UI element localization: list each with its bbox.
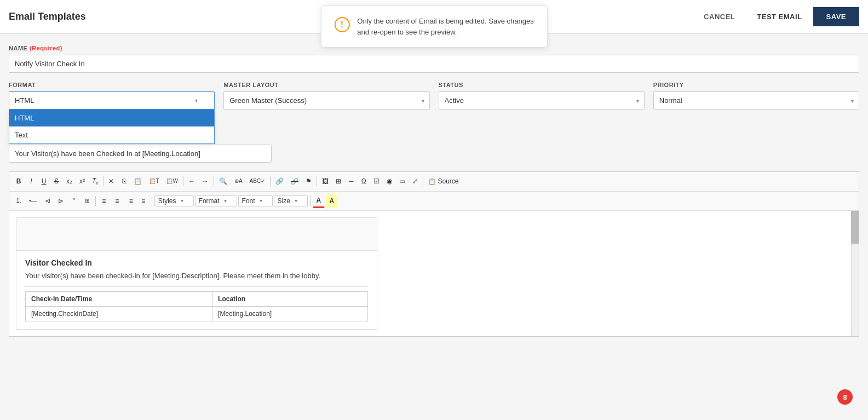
email-body-text: Your visitor(s) have been checked-in for… [25,272,368,280]
warning-icon: ! [334,17,349,32]
scrollbar-thumb[interactable] [851,211,859,244]
format-field-group: FORMAT HTML ▾ HTML Text [9,82,215,110]
bg-color-button[interactable]: A [326,194,338,208]
special-char-button[interactable]: Ω [358,175,370,188]
toolbar-sep-9 [310,196,311,206]
email-divider [25,286,368,287]
align-center-button[interactable]: ≡ [111,194,123,208]
remove-format-button[interactable]: Tx [89,174,101,189]
table-header-col1: Check-In Date/Time [26,292,212,307]
toolbar-sep-7 [95,196,96,206]
format-dropdown-list: HTML Text [9,110,215,144]
subscript-button[interactable]: x₂ [63,175,76,188]
subject-input[interactable] [9,145,272,163]
email-title: Visitor Checked In [25,258,368,267]
paste-text-button[interactable]: 📋T [146,175,162,187]
format-label: FORMAT [9,82,215,88]
indent-button[interactable]: ⊳ [55,194,67,208]
format-option-html[interactable]: HTML [9,110,214,126]
format-dropdown-wrapper: HTML ▾ HTML Text [9,91,215,110]
editor-content[interactable]: Visitor Checked In Your visitor(s) have … [9,211,859,336]
master-layout-field-group: MASTER LAYOUT Green Master (Success) ▾ [223,82,429,110]
horizontal-line-button[interactable]: ─ [345,175,357,188]
toolbar-sep-4 [270,176,271,186]
master-layout-label: MASTER LAYOUT [223,82,429,88]
status-select[interactable]: Active [439,91,645,110]
email-preview: Visitor Checked In Your visitor(s) have … [16,217,377,330]
status-select-wrapper: Active ▾ [439,91,645,110]
underline-button[interactable]: U [38,175,50,188]
anchor-button[interactable]: ⚑ [302,175,315,188]
toast-notification: ! Only the content of Email is being edi… [320,5,547,48]
toolbar-sep-1 [103,176,104,186]
find-button[interactable]: 🔍 [216,175,231,188]
email-header-image [16,218,377,251]
unlink-button[interactable]: 🔗 [288,175,302,188]
ordered-list-button[interactable]: 1. [13,194,25,207]
copy-button[interactable]: ⎘ [118,175,130,188]
font-color-button[interactable]: A [313,194,325,209]
toolbar-sep-5 [317,176,317,186]
save-button[interactable]: SAVE [813,7,859,26]
editor-toolbar-row2: 1. •— ⊲ ⊳ " ⊞ ≡ ≡ ≡ ≡ Styles Format Font… [9,192,859,211]
cancel-button[interactable]: CANCEL [693,7,746,26]
format-arrow-icon: ▾ [195,97,198,103]
priority-select[interactable]: Normal [653,91,859,110]
paste-from-word-button[interactable]: 📋W [163,175,181,187]
header-actions: CANCEL TEST EMAIL SAVE [693,7,859,26]
scrollbar-track[interactable] [851,211,859,336]
italic-button[interactable]: I [25,175,37,188]
format-select[interactable]: HTML ▾ [9,91,215,110]
email-body: Visitor Checked In Your visitor(s) have … [16,251,377,329]
bold-button[interactable]: B [13,175,25,188]
redo-button[interactable]: → [199,175,212,188]
spellcheck-button[interactable]: ABC✓ [246,175,269,187]
toast-message: Only the content of Email is being edite… [357,16,533,37]
styles-dropdown[interactable]: Styles [154,195,194,206]
divider-button[interactable]: ⊞ [81,195,93,207]
toolbar-sep-6 [423,176,423,186]
format-option-text[interactable]: Text [9,126,214,143]
font-dropdown[interactable]: Font [238,195,273,206]
blockquote-button[interactable]: " [68,194,80,208]
editor-scroll-wrapper: Visitor Checked In Your visitor(s) have … [9,211,859,336]
link-button[interactable]: 🔗 [272,175,287,188]
align-left-button[interactable]: ≡ [98,194,110,208]
toolbar-sep-2 [183,176,183,186]
paste-button[interactable]: 📋 [130,175,145,188]
maximize-button[interactable]: ⤢ [409,175,421,188]
name-field-group: NAME (Required) [9,45,859,73]
cut-button[interactable]: ✕ [105,175,117,188]
align-right-button[interactable]: ≡ [124,194,136,208]
editor-section: B I U S x₂ x² Tx ✕ ⎘ 📋 📋T 📋W ← → 🔍 ⊕A AB… [9,171,859,337]
editor-toolbar-row1: B I U S x₂ x² Tx ✕ ⎘ 📋 📋T 📋W ← → 🔍 ⊕A AB… [9,172,859,192]
toolbar-sep-3 [214,176,214,186]
outdent-button[interactable]: ⊲ [42,194,54,208]
align-justify-button[interactable]: ≡ [137,194,150,208]
table-button[interactable]: ⊞ [332,175,344,188]
superscript-button[interactable]: x² [76,175,88,188]
header: Email Templates ! Only the content of Em… [0,0,868,34]
source-button[interactable]: 📋 Source [425,175,462,188]
priority-select-wrapper: Normal ▾ [653,91,859,110]
master-layout-select[interactable]: Green Master (Success) [223,91,429,110]
iframe-button[interactable]: ▭ [396,175,409,188]
page-title: Email Templates [9,11,86,22]
master-layout-select-wrapper: Green Master (Success) ▾ [223,91,429,110]
image-button[interactable]: 🖼 [319,175,332,188]
size-dropdown[interactable]: Size [274,195,308,206]
toolbar-sep-8 [152,196,152,206]
undo-button[interactable]: ← [185,175,198,188]
format-dropdown[interactable]: Format [195,195,237,206]
unordered-list-button[interactable]: •— [26,194,41,207]
radio-button[interactable]: ◉ [383,175,395,188]
table-header-col2: Location [212,292,368,307]
strikethrough-button[interactable]: S [50,175,62,188]
test-email-button[interactable]: TEST EMAIL [746,7,813,26]
status-field-group: STATUS Active ▾ [439,82,645,110]
name-input[interactable] [9,55,859,73]
source-icon: 📋 [428,178,436,185]
checkbox-button[interactable]: ☑ [370,175,383,188]
table-row: [Meeting.CheckInDate] [Meeting.Location] [26,307,368,321]
select-all-button[interactable]: ⊕A [231,175,246,187]
